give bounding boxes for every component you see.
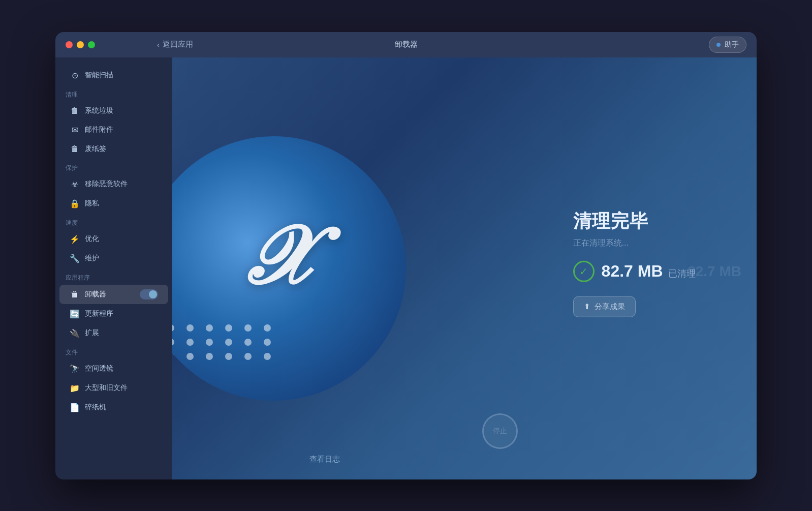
app-window: ‹ 返回应用 卸载器 助手 ⊙ 智能扫描 清理 🗑 系统垃圾 ✉ xyxy=(55,32,757,479)
sidebar-item-uninstaller[interactable]: 🗑 卸载器 xyxy=(59,285,168,304)
sidebar-item-privacy[interactable]: 🔒 隐私 xyxy=(59,194,168,213)
sidebar-item-maintenance[interactable]: 🔧 维护 xyxy=(59,249,168,268)
sidebar-item-shredder[interactable]: 📄 碎纸机 xyxy=(59,398,168,417)
dot xyxy=(206,339,213,346)
mail-icon: ✉ xyxy=(70,125,80,135)
wrench-icon: 🔧 xyxy=(70,254,80,263)
dot xyxy=(206,353,213,360)
dot xyxy=(172,339,174,346)
dot xyxy=(225,324,232,332)
section-label-files: 文件 xyxy=(55,343,172,359)
chevron-left-icon: ‹ xyxy=(157,40,160,49)
sidebar-item-label: 系统垃圾 xyxy=(85,106,113,115)
x-logo-icon: 𝒳 xyxy=(242,216,305,297)
uninstall-icon: 🗑 xyxy=(70,290,80,299)
title-bar: ‹ 返回应用 卸载器 助手 xyxy=(55,32,757,57)
share-label: 分享成果 xyxy=(595,302,625,311)
section-label-protect: 保护 xyxy=(55,159,172,174)
result-stats: ✓ 82.7 MB 已清理 xyxy=(573,260,696,282)
section-label-clean: 清理 xyxy=(55,85,172,101)
main-content: 𝒳 xyxy=(172,57,757,479)
sidebar-item-label: 大型和旧文件 xyxy=(85,383,128,393)
back-label: 返回应用 xyxy=(163,40,193,49)
result-panel: 清理完毕 正在清理系统... ✓ 82.7 MB 已清理 ⬆ 分享成果 xyxy=(573,208,696,317)
assistant-button[interactable]: 助手 xyxy=(709,37,746,53)
sidebar-item-label: 隐私 xyxy=(85,199,99,208)
sidebar-item-space-lens[interactable]: 🔭 空间透镜 xyxy=(59,359,168,378)
window-body: ⊙ 智能扫描 清理 🗑 系统垃圾 ✉ 邮件附件 🗑 废纸篓 保护 ☣ 移除恶意软… xyxy=(55,57,757,479)
dot xyxy=(264,324,271,332)
sidebar-item-malware[interactable]: ☣ 移除恶意软件 xyxy=(59,175,168,194)
section-label-apps: 应用程序 xyxy=(55,268,172,284)
view-log-link[interactable]: 查看日志 xyxy=(309,455,340,464)
dot xyxy=(186,339,194,346)
sidebar-item-label: 邮件附件 xyxy=(85,125,113,134)
back-nav[interactable]: ‹ 返回应用 xyxy=(157,40,193,49)
dot xyxy=(172,353,174,360)
extension-icon: 🔌 xyxy=(70,328,80,338)
optimize-icon: ⚡ xyxy=(70,234,80,244)
app-icon-area: 𝒳 xyxy=(172,136,406,401)
sidebar-item-recycle-bin[interactable]: 🗑 废纸篓 xyxy=(59,140,168,158)
sidebar-item-mail-attachments[interactable]: ✉ 邮件附件 xyxy=(59,121,168,139)
dot-grid xyxy=(172,324,276,360)
ghost-cleaned-amount: 82.7 MB xyxy=(688,263,741,280)
cleaned-label: 已清理 xyxy=(668,268,696,279)
dot xyxy=(225,339,232,346)
page-title: 卸载器 xyxy=(395,40,418,49)
dot xyxy=(264,353,271,360)
minimize-button[interactable] xyxy=(77,41,84,48)
title-bar-center: 卸载器 xyxy=(395,40,418,49)
bin-icon: 🗑 xyxy=(70,144,80,154)
update-icon: 🔄 xyxy=(70,309,80,319)
sidebar-item-update-apps[interactable]: 🔄 更新程序 xyxy=(59,305,168,323)
share-icon: ⬆ xyxy=(584,302,590,311)
dot xyxy=(244,339,252,346)
check-icon: ✓ xyxy=(573,260,595,282)
share-button[interactable]: ⬆ 分享成果 xyxy=(573,296,636,317)
sidebar-item-smart-scan[interactable]: ⊙ 智能扫描 xyxy=(59,66,168,85)
dot xyxy=(244,353,252,360)
sidebar-item-label: 空间透镜 xyxy=(85,364,113,373)
sidebar-item-label: 更新程序 xyxy=(85,309,113,318)
lock-icon: 🔒 xyxy=(70,199,80,208)
trash-icon: 🗑 xyxy=(70,106,80,115)
close-button[interactable] xyxy=(66,41,73,48)
sidebar: ⊙ 智能扫描 清理 🗑 系统垃圾 ✉ 邮件附件 🗑 废纸篓 保护 ☣ 移除恶意软… xyxy=(55,57,172,479)
dot xyxy=(186,324,194,332)
sidebar-item-label: 卸载器 xyxy=(85,290,106,299)
big-circle: 𝒳 xyxy=(172,136,406,401)
cleaned-amount: 82.7 MB xyxy=(602,262,663,280)
shred-icon: 📄 xyxy=(70,403,80,412)
scan-icon: ⊙ xyxy=(70,71,80,80)
stats-amount: 82.7 MB 已清理 xyxy=(602,262,696,281)
result-title: 清理完毕 xyxy=(573,208,696,233)
dot xyxy=(225,353,232,360)
folder-icon: 📁 xyxy=(70,383,80,393)
assistant-dot-icon xyxy=(716,43,721,47)
sidebar-item-label: 移除恶意软件 xyxy=(85,179,128,189)
section-label-speed: 速度 xyxy=(55,214,172,229)
dot xyxy=(244,324,252,332)
sidebar-item-label: 优化 xyxy=(85,234,99,244)
sidebar-item-optimize[interactable]: ⚡ 优化 xyxy=(59,230,168,249)
sidebar-item-label: 碎纸机 xyxy=(85,403,106,412)
sidebar-item-label: 智能扫描 xyxy=(85,71,113,80)
sidebar-item-label: 扩展 xyxy=(85,328,99,338)
sidebar-item-label: 维护 xyxy=(85,254,99,263)
dot xyxy=(206,324,213,332)
view-log-label: 查看日志 xyxy=(309,455,340,463)
sidebar-item-system-trash[interactable]: 🗑 系统垃圾 xyxy=(59,102,168,120)
lens-icon: 🔭 xyxy=(70,364,80,374)
assistant-label: 助手 xyxy=(725,40,739,49)
dot xyxy=(172,324,174,332)
sidebar-item-large-old-files[interactable]: 📁 大型和旧文件 xyxy=(59,379,168,398)
uninstaller-toggle[interactable] xyxy=(140,289,158,299)
stop-button[interactable]: 停止 xyxy=(482,413,518,449)
stop-label: 停止 xyxy=(493,427,507,436)
dot xyxy=(264,339,271,346)
maximize-button[interactable] xyxy=(88,41,95,48)
dot xyxy=(186,353,194,360)
sidebar-item-extensions[interactable]: 🔌 扩展 xyxy=(59,324,168,343)
traffic-lights xyxy=(66,41,95,48)
